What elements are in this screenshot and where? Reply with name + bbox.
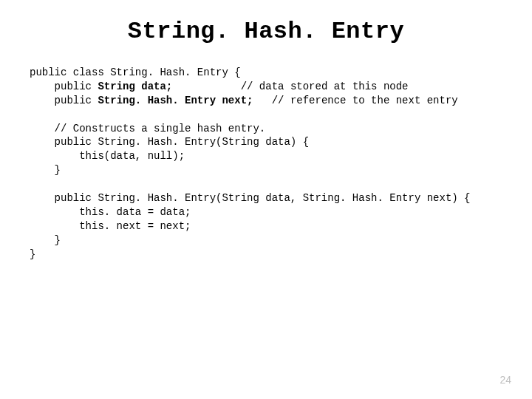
code-line: public String. Hash. Entry(String data, … [30,192,471,204]
code-line: } [30,234,61,246]
slide: String. Hash. Entry public class String.… [0,0,532,399]
code-line-part: public [30,81,98,92]
code-line: public class String. Hash. Entry { [30,66,241,78]
code-bold: String data; [98,81,172,92]
code-line: this(data, null); [30,150,185,162]
code-line-part: public [30,95,98,106]
code-comment: // data stored at this node [172,81,408,92]
code-line: this. next = next; [30,220,191,232]
code-line: public String. Hash. Entry(String data) … [30,136,309,148]
code-line: } [30,164,61,176]
page-number: 24 [499,374,511,386]
code-line: } [30,248,35,260]
code-comment: // reference to the next entry [253,95,457,106]
code-line: // Constructs a single hash entry. [30,123,265,134]
code-line: this. data = data; [30,206,191,218]
code-block: public class String. Hash. Entry { publi… [30,66,502,261]
slide-title: String. Hash. Entry [30,18,502,45]
code-bold: String. Hash. Entry next; [98,95,253,106]
